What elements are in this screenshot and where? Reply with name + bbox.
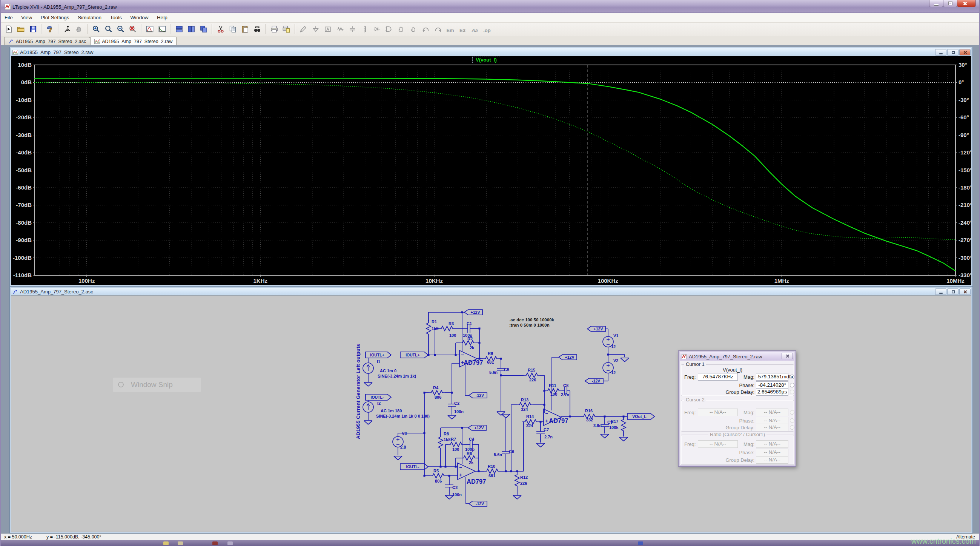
restore-button[interactable]: [943, 0, 958, 7]
cursor1-phase-value[interactable]: -84.214028°: [756, 382, 788, 389]
control-panel-button[interactable]: [45, 24, 56, 34]
save-button[interactable]: [28, 24, 38, 34]
place-text-button[interactable]: Aa: [469, 24, 480, 34]
menu-window[interactable]: Window: [127, 13, 152, 21]
status-y-coordinate: y = -115.000dB, -345.000°: [46, 534, 102, 540]
minimize-button[interactable]: [929, 0, 943, 7]
menu-view[interactable]: View: [18, 13, 35, 21]
open-folder-icon: [17, 25, 25, 33]
open-button[interactable]: [16, 24, 26, 34]
taskbar-icon[interactable]: [228, 541, 233, 545]
place-inductor-button[interactable]: [359, 24, 370, 34]
paste-button[interactable]: [240, 24, 250, 34]
text-tool-icon: Aa: [471, 27, 478, 33]
status-bar: x = 50.000Hz y = -115.000dB, -345.000° A…: [1, 533, 979, 540]
place-resistor-button[interactable]: [335, 24, 345, 34]
tile-horizontal-button[interactable]: [186, 24, 197, 34]
menu-plot-settings[interactable]: Plot Settings: [37, 13, 73, 21]
zoom-area-button[interactable]: [103, 24, 114, 34]
move-button[interactable]: [396, 24, 407, 34]
cursor1-group: Cursor 1 V(vout_l) Freq: 76.54787KHz Mag…: [681, 364, 794, 396]
cursor2-mag-label: Mag:: [739, 410, 754, 415]
menu-tools[interactable]: Tools: [107, 13, 125, 21]
drag-hand-icon: [409, 25, 418, 33]
trace-legend[interactable]: V(vout_l): [472, 57, 500, 63]
place-diode-button[interactable]: [372, 24, 382, 34]
schematic-canvas[interactable]: [11, 295, 971, 532]
schematic-close-button[interactable]: [959, 289, 970, 295]
halt-hand-icon: [75, 25, 83, 33]
print-preview-button[interactable]: [281, 24, 291, 34]
cursor1-mag-radio[interactable]: [790, 375, 794, 379]
cursor2-phase-radio[interactable]: [790, 418, 794, 423]
schematic-window-titlebar[interactable]: AD1955_Amp_797_Stereo_2.asc: [11, 288, 971, 296]
cursor1-gd-value[interactable]: 2.6546989µs: [756, 388, 788, 396]
plot-close-button[interactable]: [959, 49, 970, 56]
waveform-tab-icon: [94, 39, 100, 44]
place-label-button[interactable]: [323, 24, 333, 34]
place-capacitor-button[interactable]: [347, 24, 358, 34]
move-hand-icon: [397, 25, 406, 33]
cursor1-phase-radio[interactable]: [790, 383, 794, 387]
plot-minimize-button[interactable]: [935, 49, 947, 56]
schematic-restore-button[interactable]: [947, 289, 958, 295]
cut-button[interactable]: [215, 24, 226, 34]
run-button[interactable]: [62, 24, 72, 34]
schematic-window-title: AD1955_Amp_797_Stereo_2.asc: [20, 289, 93, 295]
find-button[interactable]: [252, 24, 262, 34]
autorange-button[interactable]: [145, 24, 155, 34]
new-schematic-button[interactable]: [3, 24, 14, 34]
redo-button[interactable]: [433, 24, 443, 34]
spice-directive-button[interactable]: .op: [482, 24, 492, 34]
mirror-button[interactable]: Em: [445, 24, 456, 34]
cursor1-freq-value[interactable]: 76.54787KHz: [698, 373, 738, 381]
snip-label: Window Snip: [131, 381, 173, 389]
menu-simulation[interactable]: Simulation: [74, 13, 105, 21]
drag-button[interactable]: [408, 24, 419, 34]
cascade-button[interactable]: [199, 24, 209, 34]
taskbar-icon[interactable]: [638, 541, 643, 545]
cursor2-gd-value: -- N/A--: [756, 424, 788, 431]
tile-vertical-button[interactable]: [174, 24, 185, 34]
paste-icon: [241, 25, 249, 33]
tab-waveform[interactable]: AD1955_Amp_797_Stereo_2.raw: [90, 37, 177, 46]
cursor1-gd-radio[interactable]: [790, 390, 794, 394]
cursor2-mag-radio[interactable]: [790, 410, 794, 415]
bode-plot-button[interactable]: [157, 24, 167, 34]
taskbar-icon[interactable]: [163, 541, 169, 545]
copy-button[interactable]: [228, 24, 238, 34]
cursor-dialog-close-button[interactable]: [781, 353, 793, 359]
plot-area[interactable]: [11, 56, 971, 285]
plot-window-titlebar[interactable]: AD1955_Amp_797_Stereo_2.raw: [11, 48, 971, 56]
cursor2-gd-radio[interactable]: [790, 425, 794, 430]
tab-schematic[interactable]: AD1955_Amp_797_Stereo_2.asc: [4, 37, 90, 46]
undo-button[interactable]: [421, 24, 431, 34]
plot-restore-button[interactable]: [947, 49, 958, 56]
cascade-icon: [200, 25, 208, 33]
status-x-coordinate: x = 50.000Hz: [4, 534, 32, 540]
close-button[interactable]: [957, 0, 976, 7]
zoom-in-button[interactable]: [91, 24, 102, 34]
draw-wire-button[interactable]: [298, 24, 309, 34]
menu-help[interactable]: Help: [154, 13, 171, 21]
halt-button[interactable]: [74, 24, 84, 34]
place-ground-button[interactable]: [310, 24, 321, 34]
cursor-dialog-titlebar[interactable]: AD1955_Amp_797_Stereo_2.raw: [680, 352, 794, 361]
print-button[interactable]: [269, 24, 280, 34]
ratio-mag-label: Mag:: [739, 441, 754, 447]
zoom-full-button[interactable]: [127, 24, 138, 34]
zoom-out-button[interactable]: [115, 24, 126, 34]
window-snip-ghost: Window Snip: [113, 378, 201, 392]
taskbar-icon[interactable]: [212, 541, 218, 545]
rotate-button[interactable]: E3: [457, 24, 468, 34]
place-component-button[interactable]: [383, 24, 394, 34]
inductor-icon: [360, 25, 369, 33]
cursor1-mag-value[interactable]: -579.13651mdB: [756, 373, 788, 381]
schematic-minimize-button[interactable]: [935, 289, 947, 295]
taskbar-icon[interactable]: [178, 541, 183, 545]
ltspice-logo-icon: [5, 4, 11, 10]
cursor-dialog-title: AD1955_Amp_797_Stereo_2.raw: [689, 354, 762, 359]
windows-taskbar[interactable]: [1, 540, 979, 546]
menu-file[interactable]: File: [1, 13, 16, 21]
cursor1-gd-label: Group Delay:: [717, 389, 754, 395]
